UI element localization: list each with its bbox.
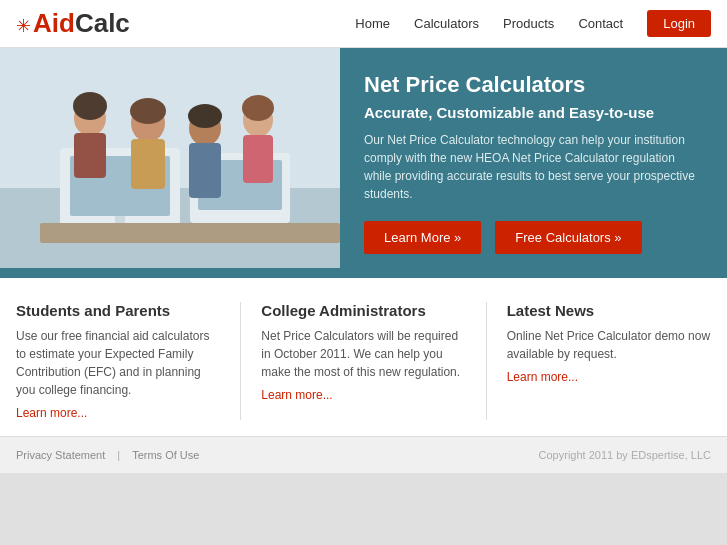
logo-sun-icon: ✳ [16,15,31,37]
nav-contact[interactable]: Contact [578,16,623,31]
hero-title: Net Price Calculators [364,72,703,98]
col2-link[interactable]: Learn more... [261,388,332,402]
learn-more-button[interactable]: Learn More » [364,221,481,254]
col-divider-2 [486,302,487,420]
nav-products[interactable]: Products [503,16,554,31]
nav-home[interactable]: Home [355,16,390,31]
header: ✳ Aid Calc Home Calculators Products Con… [0,0,727,48]
hero-image [0,48,340,278]
col-divider-1 [240,302,241,420]
login-button[interactable]: Login [647,10,711,37]
terms-link[interactable]: Terms Of Use [132,449,199,461]
info-columns: Students and Parents Use our free financ… [0,278,727,436]
college-admin-col: College Administrators Net Price Calcula… [261,302,465,420]
free-calculators-button[interactable]: Free Calculators » [495,221,641,254]
col2-title: College Administrators [261,302,465,319]
col1-link[interactable]: Learn more... [16,406,87,420]
svg-rect-24 [0,48,340,268]
hero-buttons: Learn More » Free Calculators » [364,221,703,254]
footer: Privacy Statement | Terms Of Use Copyrig… [0,436,727,473]
copyright: Copyright 2011 by EDspertise, LLC [539,449,711,461]
footer-divider: | [117,449,120,461]
latest-news-col: Latest News Online Net Price Calculator … [507,302,711,420]
col3-link[interactable]: Learn more... [507,370,578,384]
students-illustration [0,48,340,268]
hero-section: Net Price Calculators Accurate, Customiz… [0,48,727,278]
logo-calc: Calc [75,8,130,39]
col1-title: Students and Parents [16,302,220,319]
students-parents-col: Students and Parents Use our free financ… [16,302,220,420]
logo: ✳ Aid Calc [16,8,130,39]
nav-calculators[interactable]: Calculators [414,16,479,31]
col3-text: Online Net Price Calculator demo now ava… [507,327,711,363]
hero-content: Net Price Calculators Accurate, Customiz… [340,48,727,278]
logo-aid: Aid [33,8,75,39]
hero-description: Our Net Price Calculator technology can … [364,131,703,203]
hero-subtitle: Accurate, Customizable and Easy-to-use [364,104,703,121]
footer-links: Privacy Statement | Terms Of Use [16,449,199,461]
col1-text: Use our free financial aid calculators t… [16,327,220,399]
col2-text: Net Price Calculators will be required i… [261,327,465,381]
main-nav: Home Calculators Products Contact Login [355,10,711,37]
col3-title: Latest News [507,302,711,319]
privacy-link[interactable]: Privacy Statement [16,449,105,461]
